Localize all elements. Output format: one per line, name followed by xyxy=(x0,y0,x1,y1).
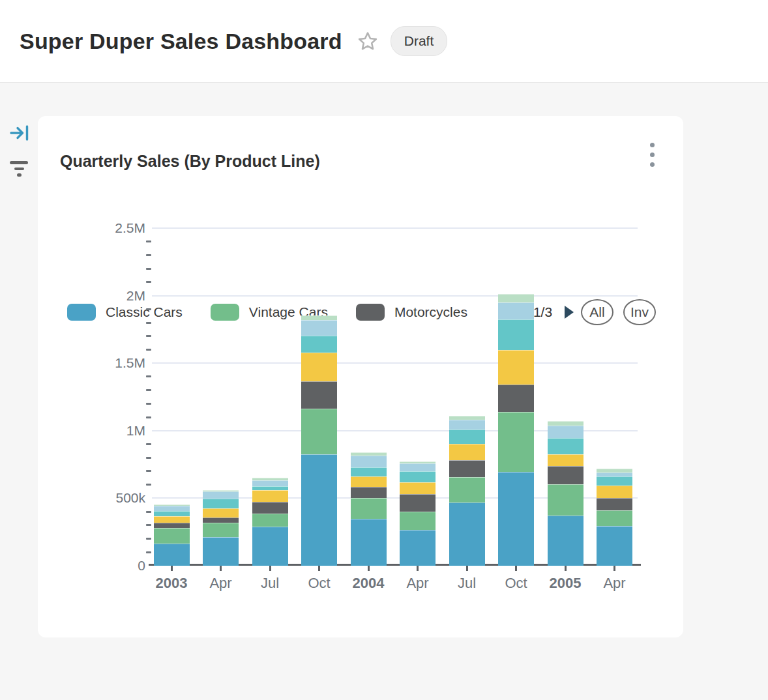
y-minor-tick xyxy=(146,241,151,242)
legend-page-indicator: 1/3 xyxy=(533,304,552,320)
bar-segment[interactable] xyxy=(400,530,436,566)
bar-segment[interactable] xyxy=(203,491,239,499)
bar-segment[interactable] xyxy=(203,508,239,517)
bar-segment[interactable] xyxy=(498,472,534,566)
bar-segment[interactable] xyxy=(449,503,485,566)
legend-item[interactable]: Classic Cars xyxy=(67,304,183,321)
bar-segment[interactable] xyxy=(548,516,583,566)
y-minor-tick xyxy=(146,281,151,283)
stacked-bar[interactable] xyxy=(548,421,583,566)
stacked-bar[interactable] xyxy=(498,294,534,566)
legend-item[interactable]: Motorcycles xyxy=(356,304,467,321)
filter-icon[interactable] xyxy=(8,160,29,178)
bar-segment[interactable] xyxy=(301,315,337,320)
bar-segment[interactable] xyxy=(498,412,534,471)
bar-segment[interactable] xyxy=(498,302,534,320)
bar-segment[interactable] xyxy=(154,516,190,523)
bar-segment[interactable] xyxy=(400,471,436,482)
bar-segment[interactable] xyxy=(351,487,387,499)
bar-segment[interactable] xyxy=(597,498,632,510)
bar-segment[interactable] xyxy=(400,512,436,530)
bar-segment[interactable] xyxy=(597,526,632,566)
y-gridline xyxy=(152,362,638,364)
kebab-menu-icon[interactable] xyxy=(645,140,660,169)
x-axis-tick xyxy=(269,566,271,571)
y-minor-tick xyxy=(146,457,151,459)
bar-segment[interactable] xyxy=(548,454,583,467)
bar-segment[interactable] xyxy=(400,463,436,471)
y-minor-tick xyxy=(146,322,151,324)
select-all-button[interactable]: All xyxy=(581,299,613,325)
stacked-bar[interactable] xyxy=(203,490,239,566)
status-badge: Draft xyxy=(391,26,448,56)
bar-segment[interactable] xyxy=(597,486,632,498)
bar-segment[interactable] xyxy=(498,319,534,350)
bar-segment[interactable] xyxy=(548,466,583,484)
bar-segment[interactable] xyxy=(351,519,387,566)
bar-segment[interactable] xyxy=(548,438,583,454)
bar-segment[interactable] xyxy=(252,490,288,501)
bar-segment[interactable] xyxy=(449,430,485,444)
legend-row: Classic CarsVintage CarsMotorcycles 1/3 … xyxy=(67,300,656,325)
bar-segment[interactable] xyxy=(301,320,337,336)
chart-title: Quarterly Sales (By Product Line) xyxy=(60,152,320,171)
bar-segment[interactable] xyxy=(252,514,288,527)
bar-segment[interactable] xyxy=(597,510,632,526)
bar-segment[interactable] xyxy=(154,544,190,566)
invert-selection-button[interactable]: Inv xyxy=(623,299,656,325)
legend-swatch xyxy=(67,304,96,321)
bar-segment[interactable] xyxy=(548,484,583,516)
y-minor-tick xyxy=(146,268,151,270)
bar-segment[interactable] xyxy=(597,476,632,486)
y-minor-tick xyxy=(146,416,151,418)
bar-segment[interactable] xyxy=(498,294,534,302)
bar-segment[interactable] xyxy=(351,476,387,487)
bar-segment[interactable] xyxy=(498,350,534,385)
expand-panel-icon[interactable] xyxy=(9,124,30,142)
bar-segment[interactable] xyxy=(449,477,485,503)
y-minor-tick xyxy=(146,375,151,377)
bar-segment[interactable] xyxy=(154,511,190,516)
bar-segment[interactable] xyxy=(203,523,239,538)
favorite-star-icon[interactable] xyxy=(357,30,379,52)
x-axis-tick xyxy=(318,566,320,571)
bar-segment[interactable] xyxy=(548,426,583,438)
bar-segment[interactable] xyxy=(203,499,239,508)
bar-segment[interactable] xyxy=(351,467,387,476)
stacked-bar[interactable] xyxy=(252,478,288,566)
bar-segment[interactable] xyxy=(154,528,190,544)
stacked-bar[interactable] xyxy=(351,452,387,566)
bar-segment[interactable] xyxy=(252,527,288,565)
bar-segment[interactable] xyxy=(154,506,190,511)
bar-segment[interactable] xyxy=(449,460,485,478)
bar-segment[interactable] xyxy=(400,494,436,512)
bar-segment[interactable] xyxy=(548,421,583,426)
bar-segment[interactable] xyxy=(301,381,337,409)
bar-segment[interactable] xyxy=(203,537,239,566)
stacked-bar[interactable] xyxy=(449,416,485,566)
chart-card: Quarterly Sales (By Product Line) Classi… xyxy=(38,116,683,637)
page-title: Super Duper Sales Dashboard xyxy=(20,29,342,54)
bar-segment[interactable] xyxy=(154,523,190,528)
app-header: Super Duper Sales Dashboard Draft xyxy=(0,0,768,83)
bar-segment[interactable] xyxy=(203,518,239,523)
bar-segment[interactable] xyxy=(252,480,288,486)
bar-segment[interactable] xyxy=(449,444,485,459)
bar-segment[interactable] xyxy=(351,456,387,468)
bar-segment[interactable] xyxy=(400,482,436,494)
bar-segment[interactable] xyxy=(301,353,337,381)
bar-segment[interactable] xyxy=(301,336,337,353)
stacked-bar[interactable] xyxy=(301,315,337,566)
stacked-bar[interactable] xyxy=(400,461,436,566)
bar-segment[interactable] xyxy=(301,454,337,566)
bar-segment[interactable] xyxy=(301,409,337,454)
y-axis-label: 2.5M xyxy=(100,220,145,236)
stacked-bar[interactable] xyxy=(597,469,632,566)
stacked-bar[interactable] xyxy=(154,504,190,566)
bar-segment[interactable] xyxy=(351,498,387,519)
legend-label: Classic Cars xyxy=(106,304,183,320)
bar-segment[interactable] xyxy=(252,502,288,514)
bar-segment[interactable] xyxy=(498,385,534,412)
legend-next-button[interactable] xyxy=(559,302,580,323)
bar-segment[interactable] xyxy=(449,420,485,430)
